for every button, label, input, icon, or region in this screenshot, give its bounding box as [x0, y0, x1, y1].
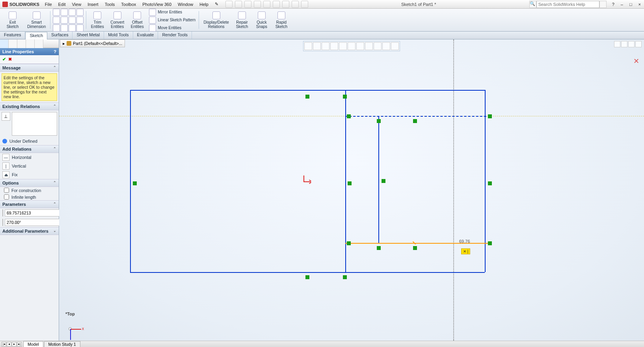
tab-nav-next-icon[interactable]: ▸	[12, 342, 17, 347]
relation-fix[interactable]: ⏏ Fix	[0, 170, 59, 179]
search-input[interactable]	[536, 1, 599, 8]
menu-photoview[interactable]: PhotoView 360	[139, 2, 175, 7]
rel-marker[interactable]	[413, 246, 417, 250]
tab-features[interactable]: Features	[0, 32, 25, 39]
circle-icon[interactable]	[61, 9, 68, 16]
mirror-icon[interactable]	[149, 9, 156, 16]
sk-outer-left[interactable]	[130, 90, 131, 272]
menu-search-icon[interactable]: ✎	[212, 2, 221, 7]
tab-moldtools[interactable]: Mold Tools	[104, 32, 133, 39]
sk-inner-v1[interactable]	[345, 90, 346, 272]
rel-marker[interactable]	[413, 119, 417, 123]
tab-sheetmetal[interactable]: Sheet Metal	[73, 32, 104, 39]
move-icon[interactable]	[149, 24, 156, 32]
relation-horizontal[interactable]: — Horizontal	[0, 153, 59, 162]
apply-scene-icon[interactable]	[374, 42, 382, 50]
relation-vertical[interactable]: | Vertical	[0, 162, 59, 170]
line-icon[interactable]	[53, 9, 60, 16]
quick-snaps-button[interactable]: Quick Snaps	[252, 9, 271, 30]
tab-motion-study[interactable]: Motion Study 1	[44, 341, 80, 347]
convert-entities-button[interactable]: Convert Entities	[108, 9, 127, 30]
text-icon[interactable]	[69, 24, 76, 32]
window-max-icon[interactable]: □	[626, 2, 635, 7]
point-icon[interactable]	[61, 24, 68, 32]
qat-new-icon[interactable]	[225, 1, 233, 8]
window-min-icon[interactable]: –	[618, 2, 626, 7]
relations-list[interactable]	[12, 112, 57, 136]
rel-marker[interactable]	[382, 179, 385, 183]
rel-marker[interactable]	[133, 181, 137, 185]
viewport-two-h-icon[interactable]	[621, 41, 627, 47]
tab-rendertools[interactable]: Render Tools	[158, 32, 192, 39]
zoom-fit-icon[interactable]	[304, 42, 312, 50]
menu-view[interactable]: View	[69, 2, 84, 7]
menu-window[interactable]: Window	[175, 2, 196, 7]
rapid-sketch-button[interactable]: Rapid Sketch	[272, 9, 291, 30]
linear-label[interactable]: Linear Sketch Pattern	[158, 18, 195, 22]
feature-tree-flyout[interactable]: ▸ Part1 (Default<<Default>...	[60, 39, 125, 47]
feature-manager-icon[interactable]	[0, 39, 9, 48]
tab-model[interactable]: Model	[23, 341, 43, 347]
section-parameters-header[interactable]: Parameters ⌃	[0, 200, 59, 208]
repair-sketch-button[interactable]: Repair Sketch	[233, 9, 251, 30]
property-help-icon[interactable]: ?	[54, 49, 56, 54]
move-label[interactable]: Move Entities	[158, 26, 181, 30]
qat-undo-icon[interactable]	[263, 1, 270, 8]
rel-marker[interactable]	[348, 181, 352, 185]
viewport-single-icon[interactable]	[614, 41, 620, 47]
trim-entities-button[interactable]: Trim Entities	[88, 9, 107, 30]
infinite-length-checkbox[interactable]	[4, 194, 9, 200]
sk-outer-bottom[interactable]	[130, 272, 485, 273]
exit-sketch-corner-icon[interactable]: ✕	[632, 57, 640, 65]
qat-print-icon[interactable]	[254, 1, 261, 8]
menu-toolbox[interactable]: Toolbox	[118, 2, 139, 7]
qat-save-icon[interactable]	[244, 1, 251, 8]
section-existing-header[interactable]: Existing Relations ⌃	[0, 103, 59, 110]
render-tools-icon[interactable]	[391, 42, 399, 50]
sk-dashed-top[interactable]	[345, 116, 490, 117]
tree-expand-icon[interactable]: ▸	[63, 41, 65, 46]
tab-nav-last-icon[interactable]: ▸|	[17, 342, 22, 347]
fillet-icon[interactable]	[53, 24, 60, 32]
for-construction-checkbox[interactable]	[4, 188, 9, 193]
rel-marker[interactable]	[377, 119, 381, 123]
section-message-header[interactable]: Message ⌃	[0, 64, 59, 72]
arc-icon[interactable]	[69, 9, 76, 16]
dimxpert-manager-icon[interactable]	[26, 39, 35, 48]
zoom-area-icon[interactable]	[313, 42, 321, 50]
menu-edit[interactable]: Edit	[55, 2, 69, 7]
section-add-header[interactable]: Add Relations ⌃	[0, 145, 59, 153]
mirror-label[interactable]: Mirror Entities	[158, 10, 182, 14]
rel-marker[interactable]	[347, 114, 351, 118]
section-view-icon[interactable]	[330, 42, 338, 50]
graphics-canvas[interactable]: ✕	[59, 39, 644, 341]
polygon-icon[interactable]	[61, 17, 68, 24]
help-dropdown-icon[interactable]: ?	[609, 2, 618, 7]
slot-icon[interactable]	[69, 17, 76, 24]
plane-icon[interactable]	[76, 24, 84, 32]
section-additional-header[interactable]: Additional Parameters ⌄	[0, 227, 59, 235]
prev-view-icon[interactable]	[322, 42, 329, 50]
display-style-icon[interactable]	[348, 42, 356, 50]
tab-surfaces[interactable]: Surfaces	[47, 32, 73, 39]
cancel-button[interactable]: ✖	[8, 57, 12, 62]
sk-outer-right[interactable]	[485, 90, 486, 272]
qat-redo-icon[interactable]	[273, 1, 280, 8]
display-delete-relations-button[interactable]: Display/Delete Relations	[201, 9, 231, 30]
menu-tools[interactable]: Tools	[102, 2, 118, 7]
rel-marker[interactable]	[305, 275, 309, 279]
rel-marker[interactable]	[343, 275, 347, 279]
rel-marker[interactable]	[488, 114, 492, 118]
configuration-manager-icon[interactable]	[17, 39, 26, 48]
rel-marker[interactable]	[305, 95, 309, 99]
option-for-construction[interactable]: For construction	[0, 187, 59, 194]
sk-outer-top[interactable]	[130, 90, 485, 91]
view-orientation-icon[interactable]	[339, 42, 347, 50]
search-go-icon[interactable]	[599, 1, 607, 8]
rel-marker[interactable]	[488, 241, 492, 245]
ok-button[interactable]: ✔	[2, 57, 6, 62]
offset-entities-button[interactable]: Offset Entities	[128, 9, 147, 30]
view-settings-icon[interactable]	[382, 42, 390, 50]
menu-help[interactable]: Help	[196, 2, 212, 7]
tab-nav-first-icon[interactable]: |◂	[2, 342, 6, 347]
